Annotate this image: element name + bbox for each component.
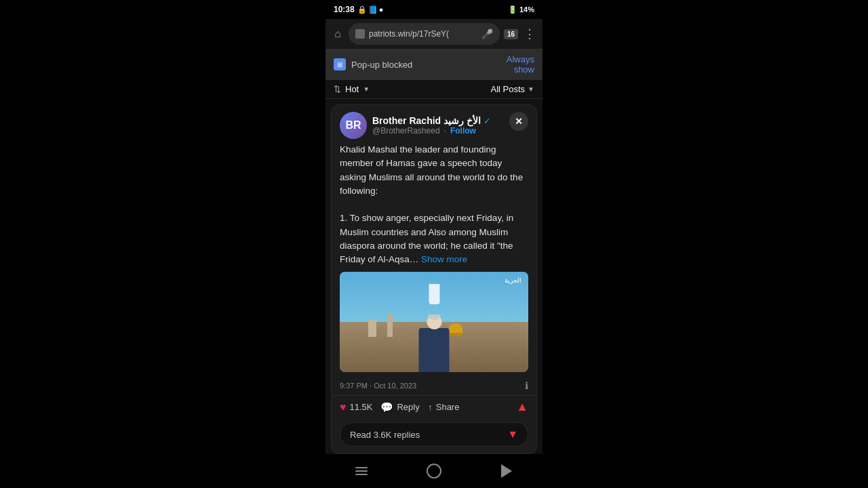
- tweet-actions: ♥ 11.5K 💬 Reply ↑ Share ▲: [332, 395, 536, 418]
- hot-arrow-icon: ▼: [363, 85, 370, 93]
- watermark-text: الحرية: [505, 277, 521, 284]
- tweet-card: BR Brother Rachid الأخ رشيد ✓ @BrotherRa…: [331, 104, 537, 454]
- show-more-link[interactable]: Show more: [421, 254, 467, 264]
- tweet-body: Khalid Mashal the leader and founding me…: [332, 143, 536, 272]
- tweet-header: BR Brother Rachid الأخ رشيد ✓ @BrotherRa…: [332, 105, 536, 143]
- user-handle: @BrotherRasheed: [372, 126, 440, 136]
- verified-badge-icon: ✓: [484, 116, 491, 126]
- content-area: BR Brother Rachid الأخ رشيد ✓ @BrotherRa…: [326, 99, 542, 454]
- tweet-image[interactable]: الحرية: [340, 272, 528, 372]
- separator: ·: [444, 126, 446, 136]
- share-icon: ↑: [428, 402, 433, 413]
- upvote-icon[interactable]: ▲: [516, 400, 528, 414]
- reply-label: Reply: [397, 402, 419, 412]
- read-replies-arrow-icon: ▼: [507, 428, 518, 441]
- sort-icon: ⇅: [334, 84, 341, 94]
- home-circle-icon: [427, 464, 441, 479]
- status-right: 🔋 14%: [508, 5, 534, 14]
- popup-blocked-bar: ⊞ Pop-up blocked Alwaysshow: [326, 49, 542, 80]
- share-action[interactable]: ↑ Share: [428, 402, 460, 413]
- battery-icon: 🔋: [508, 5, 517, 14]
- all-posts-arrow-icon: ▼: [528, 85, 534, 93]
- read-replies-text: Read 3.6K replies: [350, 430, 420, 440]
- tweet-timestamp: 9:37 PM · Oct 10, 2023: [340, 382, 416, 390]
- person-beard: [428, 314, 440, 320]
- hot-label: Hot: [345, 84, 359, 94]
- building-2: [387, 313, 393, 337]
- always-show-button[interactable]: Alwaysshow: [507, 54, 534, 75]
- heart-icon: ♥: [340, 401, 347, 413]
- person-collar: [429, 284, 439, 304]
- info-icon[interactable]: ℹ: [525, 380, 528, 391]
- avatar-image: BR: [340, 112, 367, 139]
- popup-icon: ⊞: [334, 58, 346, 70]
- hot-filter[interactable]: ⇅ Hot ▼: [334, 84, 370, 94]
- popup-text: Pop-up blocked: [351, 60, 412, 70]
- reply-icon: 💬: [380, 401, 393, 413]
- time-display: 10:38: [334, 5, 355, 14]
- back-arrow-icon: [501, 464, 512, 478]
- person-body: [419, 328, 450, 372]
- menu-line-3: [355, 474, 368, 475]
- tweet-text: Khalid Mashal the leader and founding me…: [340, 143, 528, 266]
- status-bar: 10:38 🔒 📘 ● 🔋 14%: [326, 0, 542, 19]
- browser-menu-button[interactable]: ⋮: [522, 26, 537, 41]
- all-posts-label: All Posts: [491, 84, 526, 94]
- filters-bar: ⇅ Hot ▼ All Posts ▼: [326, 80, 542, 99]
- user-name-row: Brother Rachid الأخ رشيد ✓: [372, 115, 491, 126]
- url-text: patriots.win/p/17rSeY(: [369, 29, 477, 39]
- tweet-user: BR Brother Rachid الأخ رشيد ✓ @BrotherRa…: [340, 112, 491, 139]
- follow-button[interactable]: Follow: [450, 126, 476, 136]
- menu-line-1: [355, 467, 368, 468]
- person-head: [427, 314, 441, 329]
- browser-chrome: ⌂ patriots.win/p/17rSeY( 🎤 16 ⋮: [326, 19, 542, 49]
- tab-count[interactable]: 16: [504, 29, 518, 39]
- likes-count: 11.5K: [350, 402, 373, 412]
- likes-action[interactable]: ♥ 11.5K: [340, 401, 372, 413]
- bottom-nav: [326, 454, 542, 488]
- home-icon[interactable]: ⌂: [331, 27, 344, 41]
- user-name: Brother Rachid الأخ رشيد: [372, 115, 481, 126]
- battery-percent: 14%: [519, 5, 534, 14]
- user-handle-row: @BrotherRasheed · Follow: [372, 126, 491, 136]
- share-label: Share: [436, 402, 460, 412]
- nav-back-button[interactable]: [493, 461, 520, 481]
- all-posts-filter[interactable]: All Posts ▼: [491, 84, 534, 94]
- tweet-meta: 9:37 PM · Oct 10, 2023 ℹ: [332, 376, 536, 395]
- nav-menu-button[interactable]: [348, 461, 375, 481]
- user-info: Brother Rachid الأخ رشيد ✓ @BrotherRashe…: [372, 115, 491, 136]
- nav-home-button[interactable]: [420, 461, 448, 481]
- menu-lines-icon: [355, 467, 368, 475]
- close-button[interactable]: ✕: [509, 112, 528, 131]
- read-replies-button[interactable]: Read 3.6K replies ▼: [340, 422, 528, 447]
- url-bar[interactable]: patriots.win/p/17rSeY( 🎤: [349, 23, 500, 45]
- dome-base: [447, 333, 462, 336]
- avatar[interactable]: BR: [340, 112, 367, 139]
- popup-message: ⊞ Pop-up blocked: [334, 58, 412, 70]
- url-lock-icon: [355, 29, 365, 39]
- person-figure: [419, 313, 450, 372]
- reply-action[interactable]: 💬 Reply: [380, 401, 419, 413]
- mic-icon[interactable]: 🎤: [481, 28, 493, 39]
- notification-icons: 🔒 📘 ●: [357, 5, 384, 14]
- menu-line-2: [355, 470, 368, 472]
- status-left: 10:38 🔒 📘 ●: [334, 5, 383, 14]
- building-1: [368, 320, 376, 337]
